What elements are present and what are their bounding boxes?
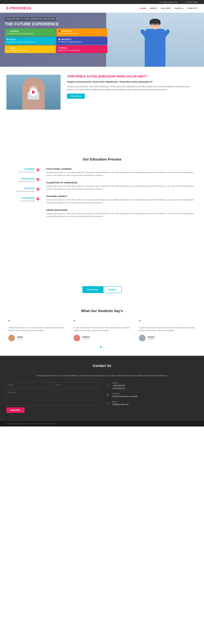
hero-card-learning-title: 📚 LEARNING (7, 30, 54, 32)
avatar-1 (8, 334, 15, 342)
contact-locate-item: 📍 Locate us : 145 Diamond Street, Austra… (105, 393, 198, 398)
hero-card-education[interactable]: 🎓 EDUCATION An Enlightening Experience (56, 28, 108, 36)
play-button[interactable] (30, 88, 37, 96)
contact-desc: Voluptas assumenda est, omnis dolor repe… (6, 374, 198, 377)
mail-value: info@example.com (112, 403, 129, 406)
process-left-knowledge-desc: Academic Attainment (6, 180, 35, 182)
play-triangle-icon (32, 90, 35, 94)
process-right-learning-title: FACILITATING LEARNING (46, 168, 198, 170)
testimonials-title: What Our Students Say's (6, 309, 198, 313)
hero-card-exam-desc: To Test Student's Knowledge (7, 50, 54, 52)
video-thumbnail[interactable] (6, 75, 61, 110)
testimonial-author-3: Jessica Student3 (139, 334, 196, 342)
cta-section: Get Started Register (0, 274, 204, 301)
email-icon: ✉ (159, 1, 161, 3)
process-right-item-knowledge: ACQUISITION OF KNOWLEDGE Voluptas assume… (46, 182, 198, 190)
process-grid: LEARNING Skills Through Study KNOWLEDGE … (6, 168, 198, 218)
avatar-3 (139, 334, 146, 342)
avatar-image-2 (74, 335, 80, 341)
process-right-teaching-desc: Voluptas assumenda est, omnis dolor repe… (46, 198, 198, 204)
author-role-2: Student2 (82, 338, 90, 340)
contact-locate-content: Locate us : 145 Diamond Street, Australi… (112, 393, 138, 398)
carousel-dot-2[interactable] (103, 346, 104, 348)
mail-label: Mail us : (112, 401, 129, 403)
process-right-learning-desc: Voluptas assumenda est, omnis dolor repe… (46, 171, 198, 177)
process-right-knowledge-title: ACQUISITION OF KNOWLEDGE (46, 182, 198, 184)
send-button[interactable]: Send Now (6, 408, 25, 413)
hero-card-education-title: 🎓 EDUCATION (58, 30, 106, 32)
process-right-item-teaching: TEACHING SUBJECT Voluptas assumenda est,… (46, 195, 198, 204)
contact-call-content: Call us : +3468 890 679 +5356 890 679 (112, 382, 125, 390)
call-label: Call us : (112, 382, 125, 384)
testimonial-card-2: " In vitae tincidunt turps. Proin in eui… (72, 320, 132, 342)
nav-about[interactable]: ABOUT (150, 7, 157, 10)
testimonial-text-3: In vitae tincidunt turps. Proin in euism… (139, 326, 196, 332)
nav-contact[interactable]: CONTACT (187, 7, 198, 10)
view-more-button[interactable]: View More (67, 94, 85, 99)
email-input[interactable] (54, 382, 99, 388)
process-right-knowledge-desc: Voluptas assumenda est, omnis dolor repe… (46, 185, 198, 190)
university-icon: 🏛 (58, 38, 60, 40)
contact-mail-item: ✉ Mail us : info@example.com (105, 401, 198, 406)
process-left-teaching-desc: Practical Understanding (6, 190, 35, 192)
process-left-teaching-title: TEACHING (6, 187, 35, 190)
hero-card-learning-desc: Learning Is The Act Of Acquiring New (7, 32, 54, 35)
message-input[interactable] (6, 390, 99, 406)
video-content: TEMPORIBUS AUTEM QUIBUSDAM OMNIS DOLOR A… (67, 75, 198, 99)
avatar-2 (73, 334, 80, 342)
video-text-section: TEMPORIBUS AUTEM QUIBUSDAM OMNIS DOLOR A… (0, 67, 204, 118)
process-dot-discussion (37, 198, 39, 200)
quote-mark-1: " (8, 320, 65, 325)
process-left-item-learning: LEARNING Skills Through Study (6, 168, 38, 173)
location-icon: 📍 (105, 393, 110, 398)
hero-section: EDUCATION IS THE POWERFUL WEAPON THE FUT… (0, 13, 204, 67)
hero-card-learning[interactable]: 📚 LEARNING Learning Is The Act Of Acquir… (5, 28, 56, 36)
spacer-2 (0, 226, 204, 274)
hero-card-study-desc: Reading Is A Complex Cognitive Process (7, 41, 54, 43)
hero-card-result[interactable]: ⚙ RESULT Merit Level Of The Experience (56, 45, 108, 53)
process-dot-knowledge (37, 178, 39, 181)
register-button[interactable]: Register (103, 286, 122, 293)
author-info-1: Jackie Student1 (17, 336, 23, 340)
process-left-discussion-desc: To Exchange Ideas (6, 200, 35, 202)
author-name-1: Jackie (17, 336, 23, 338)
nav-pages[interactable]: PAGES ▾ (175, 7, 184, 10)
nav-home[interactable]: HOME (140, 7, 146, 10)
call-value-1: +3468 890 679 (112, 384, 125, 387)
hero-right (106, 13, 204, 67)
hero-left: EDUCATION IS THE POWERFUL WEAPON THE FUT… (0, 13, 112, 67)
exam-icon: 🚲 (7, 47, 9, 49)
quote-mark-3: " (139, 320, 196, 325)
contact-form: Send Now (6, 382, 99, 413)
avatar-image-1 (8, 335, 15, 341)
process-right-discussion-desc: Voluptas assumenda est, omnis dolor repe… (46, 212, 198, 218)
contact-mail-content: Mail us : info@example.com (112, 401, 129, 406)
topbar: ✉ info@example1.com 📞 +1 234 567 8901 (0, 0, 204, 4)
testimonial-card-1: " In vitae tincidunt turps. Proin in eui… (6, 320, 67, 342)
hero-card-study[interactable]: 📖 STUDY Reading Is A Complex Cognitive P… (5, 37, 56, 45)
carousel-dots (6, 346, 198, 348)
hero-card-result-desc: Merit Level Of The Experience (58, 50, 106, 52)
testimonial-card-3: " In vitae tincidunt turps. Proin in eui… (137, 320, 198, 342)
author-name-3: Jessica (148, 336, 154, 338)
hero-card-university-title: 🏛 UNIVERSITY (58, 38, 106, 40)
name-input[interactable] (6, 382, 52, 388)
author-info-3: Jessica Student3 (148, 336, 154, 340)
phone-icon: 📞 (105, 382, 110, 387)
locate-value: 145 Diamond Street, Australia (112, 395, 138, 398)
phone-icon: 📞 (181, 1, 184, 3)
quote-mark-2: " (73, 320, 131, 325)
nav-gallery[interactable]: GALLERY (161, 7, 171, 10)
hero-card-university[interactable]: 🏛 UNIVERSITY An Institute For Higher Edu… (56, 37, 108, 45)
hero-card-exam[interactable]: 🚲 EXAM To Test Student's Knowledge (5, 45, 56, 53)
hero-person-visual (106, 13, 204, 67)
process-right: FACILITATING LEARNING Voluptas assumenda… (41, 168, 198, 218)
spacer-1 (0, 118, 204, 149)
hero-card-university-desc: An Institute For Higher Education (58, 41, 106, 43)
testimonial-text-2: In vitae tincidunt turps. Proin in euism… (73, 326, 131, 332)
hero-card-result-title: ⚙ RESULT (58, 47, 106, 49)
process-left-knowledge-title: KNOWLEDGE (6, 178, 35, 180)
carousel-dot-1[interactable] (100, 346, 101, 348)
get-started-button[interactable]: Get Started (82, 286, 103, 293)
hero-card-education-desc: An Enlightening Experience (58, 32, 106, 35)
